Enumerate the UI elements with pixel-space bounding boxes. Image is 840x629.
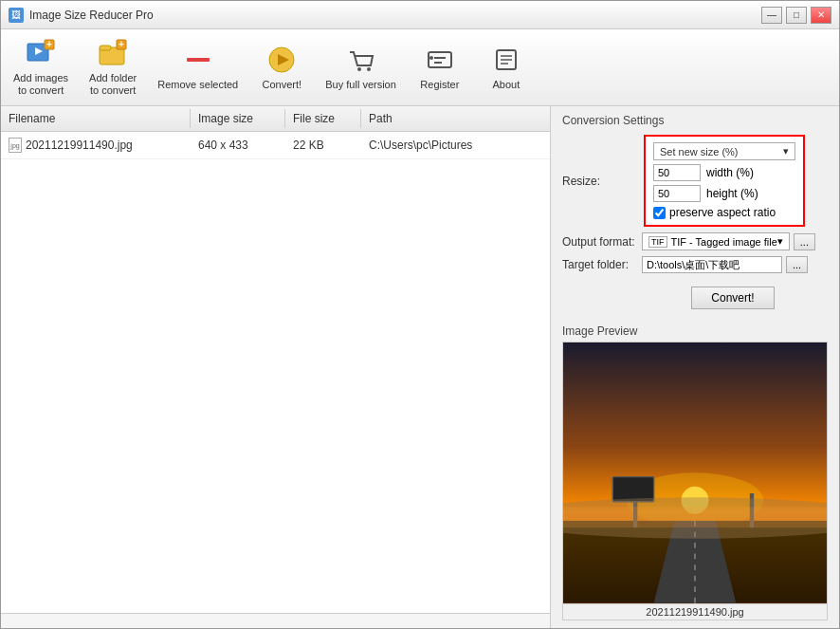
maximize-button[interactable]: □	[786, 7, 807, 24]
convert-toolbar-button[interactable]: Convert!	[248, 33, 315, 102]
svg-rect-28	[612, 477, 653, 502]
preview-filename: 20211219911490.jpg	[563, 603, 827, 620]
col-filesize: File size	[285, 109, 361, 128]
minimize-button[interactable]: —	[761, 7, 782, 24]
convert-icon	[266, 45, 297, 75]
target-folder-input[interactable]	[642, 256, 782, 273]
add-folder-icon: +	[98, 38, 128, 68]
buy-button[interactable]: Buy full version	[315, 33, 407, 102]
resize-dropdown[interactable]: Set new size (%) ▾	[653, 142, 795, 160]
svg-rect-13	[429, 52, 451, 67]
remove-icon	[183, 45, 213, 75]
resize-dropdown-row: Set new size (%) ▾	[653, 142, 795, 160]
preserve-label: preserve aspect ratio	[669, 206, 776, 219]
add-folder-label: Add folder to convert	[89, 72, 137, 97]
main-window: 🖼 Image Size Reducer Pro — □ ✕ + Add ima…	[0, 0, 840, 629]
add-images-label: Add images to convert	[13, 72, 68, 97]
file-list[interactable]: jpg 20211219911490.jpg 640 x 433 22 KB C…	[1, 132, 550, 613]
tif-icon: TIF	[648, 236, 667, 248]
preview-image	[563, 342, 827, 603]
file-panel: Filename Image size File size Path jpg 2…	[1, 106, 551, 628]
window-title: Image Size Reducer Pro	[29, 9, 154, 22]
height-unit-label: height (%)	[706, 187, 758, 200]
cell-imagesize: 640 x 433	[191, 135, 285, 156]
convert-button[interactable]: Convert!	[691, 287, 774, 309]
about-label: About	[492, 79, 520, 91]
width-row: width (%)	[653, 164, 795, 181]
remove-selected-label: Remove selected	[157, 79, 238, 91]
buy-label: Buy full version	[325, 79, 396, 91]
col-imagesize: Image size	[191, 109, 285, 128]
about-icon	[491, 45, 521, 75]
output-format-dropdown[interactable]: TIF TIF - Tagged image file ▾	[642, 232, 790, 250]
title-bar: 🖼 Image Size Reducer Pro — □ ✕	[1, 1, 839, 29]
register-label: Register	[420, 79, 459, 91]
settings-panel: Conversion Settings Resize: Set new size…	[551, 106, 839, 628]
svg-rect-31	[563, 508, 827, 528]
main-content: Filename Image size File size Path jpg 2…	[1, 106, 839, 628]
svg-rect-8	[187, 58, 210, 62]
cell-filename: jpg 20211219911490.jpg	[1, 135, 191, 156]
add-images-button[interactable]: + Add images to convert	[3, 33, 79, 102]
width-input[interactable]	[653, 164, 701, 181]
convert-btn-row: Convert!	[562, 281, 828, 317]
cell-path: C:\Users\pc\Pictures	[361, 135, 550, 156]
toolbar: + Add images to convert + Add folder to …	[1, 29, 839, 106]
preserve-ratio-checkbox[interactable]	[653, 207, 666, 219]
svg-point-11	[357, 67, 361, 71]
output-format-row: Output format: TIF TIF - Tagged image fi…	[562, 232, 828, 250]
convert-label: Convert!	[262, 79, 301, 91]
file-icon: jpg	[9, 138, 22, 153]
register-icon	[425, 45, 455, 75]
resize-options-box: Set new size (%) ▾ width (%) hei	[644, 135, 805, 227]
preserve-ratio-row: preserve aspect ratio	[653, 206, 795, 219]
svg-text:+: +	[46, 39, 52, 49]
add-images-icon: +	[26, 38, 56, 68]
cell-filesize: 22 KB	[285, 135, 361, 156]
height-input[interactable]	[653, 185, 701, 202]
width-unit-label: width (%)	[706, 166, 754, 179]
settings-title: Conversion Settings	[562, 114, 828, 127]
resize-label: Resize:	[562, 175, 638, 188]
about-button[interactable]: About	[473, 33, 539, 102]
preview-box: 20211219911490.jpg	[562, 342, 828, 620]
add-folder-button[interactable]: + Add folder to convert	[79, 33, 147, 102]
height-row: height (%)	[653, 185, 795, 202]
table-row[interactable]: jpg 20211219911490.jpg 640 x 433 22 KB C…	[1, 132, 550, 159]
close-button[interactable]: ✕	[811, 7, 831, 24]
file-list-header: Filename Image size File size Path	[1, 106, 550, 132]
output-format-label: Output format:	[562, 235, 638, 249]
target-folder-label: Target folder:	[562, 258, 638, 271]
target-folder-row: Target folder: ...	[562, 256, 828, 273]
register-button[interactable]: Register	[407, 33, 473, 102]
col-filename: Filename	[1, 109, 191, 128]
target-folder-browse-button[interactable]: ...	[786, 256, 808, 273]
remove-selected-button[interactable]: Remove selected	[147, 33, 248, 102]
horizontal-scrollbar[interactable]	[1, 613, 550, 628]
app-icon: 🖼	[9, 8, 24, 23]
preview-section: Image Preview	[551, 324, 839, 628]
col-path: Path	[361, 109, 550, 128]
svg-rect-5	[100, 46, 111, 50]
conversion-settings: Conversion Settings Resize: Set new size…	[551, 106, 839, 324]
resize-row: Resize: Set new size (%) ▾ width (%)	[562, 135, 828, 227]
svg-text:+: +	[119, 39, 124, 49]
chevron-down-icon: ▾	[777, 235, 783, 248]
buy-icon	[346, 45, 376, 75]
output-format-browse-button[interactable]: ...	[794, 233, 815, 250]
preview-title: Image Preview	[562, 324, 828, 338]
window-controls: — □ ✕	[761, 7, 831, 24]
svg-point-12	[367, 67, 371, 71]
chevron-down-icon: ▾	[783, 145, 789, 157]
svg-point-16	[429, 56, 433, 60]
